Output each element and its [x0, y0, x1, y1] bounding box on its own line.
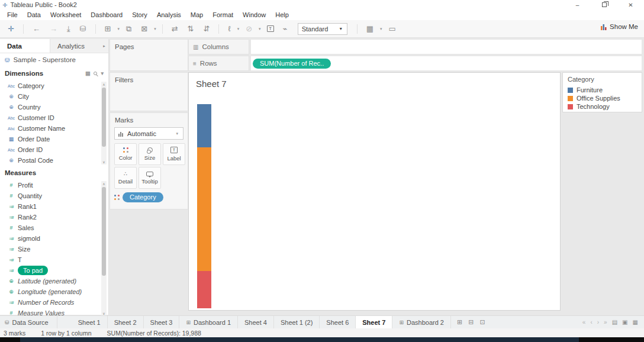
- show-tabs-icon[interactable]: ▦: [633, 319, 638, 325]
- dimension-field-item[interactable]: ⊕ Postal Code: [0, 155, 99, 166]
- dimension-field-item[interactable]: Abc Customer ID: [0, 112, 99, 123]
- sheet-tab[interactable]: Sheet 3: [144, 316, 180, 328]
- new-worksheet-icon[interactable]: ⊞: [101, 23, 115, 34]
- scroll-down-icon[interactable]: ∨: [101, 159, 107, 164]
- menu-item[interactable]: Format: [208, 11, 238, 18]
- measure-field-item[interactable]: # Quantity: [0, 191, 99, 201]
- sheet-tab[interactable]: ⛁ Data Source: [0, 316, 57, 328]
- measure-field-item[interactable]: # Sales: [0, 222, 99, 233]
- swap-rows-columns-icon[interactable]: ⇄: [168, 23, 182, 34]
- measure-field-item[interactable]: ⊕ Longitude (generated): [0, 286, 99, 297]
- menu-item[interactable]: Analysis: [152, 11, 186, 18]
- redo-icon[interactable]: →: [46, 23, 62, 34]
- sheet-tab[interactable]: Sheet 6: [320, 316, 356, 328]
- measure-field-item[interactable]: =# To pad: [0, 265, 99, 276]
- color-legend-card[interactable]: Category Furniture Office Supplies T: [562, 72, 642, 112]
- mark-type-select[interactable]: Automatic ▾: [114, 127, 183, 140]
- detail-button[interactable]: ∴ Detail: [114, 167, 137, 189]
- undo-icon[interactable]: ←: [28, 23, 44, 34]
- show-sheet-sorter-icon[interactable]: ▤: [612, 319, 617, 325]
- tableau-logo-icon[interactable]: ✛: [4, 23, 18, 34]
- sort-ascending-icon[interactable]: ⇅: [183, 23, 198, 34]
- new-dashboard-button[interactable]: ⊟: [468, 318, 474, 326]
- measure-field-item[interactable]: ⊕ Latitude (generated): [0, 276, 99, 286]
- minimize-button[interactable]: –: [564, 0, 591, 9]
- measure-field-item[interactable]: =# Size: [0, 244, 99, 254]
- first-tab-icon[interactable]: «: [582, 319, 586, 325]
- color-button[interactable]: Color: [114, 143, 137, 165]
- show-mark-labels-icon[interactable]: T: [267, 25, 274, 32]
- fix-axes-icon[interactable]: ⌁: [279, 23, 292, 34]
- sum-number-of-records-pill[interactable]: SUM(Number of Rec..: [253, 59, 331, 69]
- pages-card[interactable]: Pages: [110, 39, 188, 71]
- close-button[interactable]: ✕: [617, 0, 644, 9]
- tooltip-button[interactable]: Tooltip: [139, 167, 161, 189]
- category-pill[interactable]: Category: [123, 192, 163, 202]
- duplicate-sheet-icon[interactable]: ⧉: [122, 23, 136, 35]
- menu-item[interactable]: Help: [271, 11, 294, 18]
- filters-card[interactable]: Filters: [110, 72, 188, 111]
- label-button[interactable]: T Label: [163, 143, 185, 165]
- sheet-tab[interactable]: Sheet 4: [238, 316, 274, 328]
- fit-select[interactable]: Standard ▾: [298, 23, 347, 35]
- highlight-icon[interactable]: ℓ: [224, 23, 234, 34]
- sort-descending-icon[interactable]: ⇵: [199, 23, 214, 34]
- data-source-connection[interactable]: ⛁ Sample - Superstore: [0, 53, 108, 66]
- legend-item[interactable]: Technology: [568, 102, 637, 111]
- measure-field-item[interactable]: =# Number of Records: [0, 297, 99, 308]
- scrollbar-thumb[interactable]: [102, 187, 106, 276]
- previous-tab-icon[interactable]: ‹: [590, 319, 592, 325]
- dimension-field-item[interactable]: Abc Order ID: [0, 144, 99, 155]
- measure-field-item[interactable]: =# Rank1: [0, 201, 99, 212]
- new-story-button[interactable]: ⊡: [479, 318, 485, 326]
- chevron-down-icon[interactable]: ▾: [153, 27, 157, 31]
- dimension-field-item[interactable]: Abc Category: [0, 80, 99, 91]
- search-icon[interactable]: [94, 72, 97, 75]
- sheet-tab[interactable]: Sheet 7: [356, 316, 392, 328]
- menu-item[interactable]: Story: [127, 11, 152, 18]
- chevron-down-icon[interactable]: ▾: [236, 27, 241, 31]
- menu-item[interactable]: Map: [186, 11, 208, 18]
- dimension-field-item[interactable]: ▦ Order Date: [0, 134, 99, 144]
- columns-shelf[interactable]: [250, 39, 642, 54]
- scroll-up-icon[interactable]: ∧: [101, 82, 107, 87]
- pane-expand-icon[interactable]: ▸: [100, 39, 108, 53]
- scrollbar-thumb[interactable]: [102, 88, 106, 147]
- measures-scrollbar[interactable]: ∧ ∨: [101, 181, 107, 316]
- clear-sheet-icon[interactable]: ⊠: [137, 23, 152, 34]
- menu-item[interactable]: Window: [238, 11, 271, 18]
- measure-field-item[interactable]: # Profit: [0, 180, 99, 191]
- grid-view-icon[interactable]: ▤: [85, 70, 91, 76]
- bar-segment-technology[interactable]: [197, 271, 211, 308]
- sheet-tab[interactable]: ⊞ Dashboard 2: [392, 316, 451, 328]
- menu-item[interactable]: File: [2, 11, 22, 18]
- save-icon[interactable]: ⤓: [63, 23, 75, 35]
- legend-item[interactable]: Office Supplies: [568, 94, 637, 102]
- menu-item[interactable]: Worksheet: [46, 11, 86, 18]
- show-hide-cards-icon[interactable]: ▦: [362, 23, 378, 34]
- tab-analytics[interactable]: Analytics: [50, 39, 100, 53]
- restore-button[interactable]: [591, 0, 617, 9]
- next-tab-icon[interactable]: ›: [597, 319, 599, 325]
- dimension-field-item[interactable]: ⊕ City: [0, 91, 99, 102]
- sheet-tab[interactable]: Sheet 1 (2): [274, 316, 320, 328]
- sheet-tab[interactable]: Sheet 2: [108, 316, 144, 328]
- measure-field-item[interactable]: =# T: [0, 254, 99, 265]
- dimensions-scrollbar[interactable]: ∧ ∨: [101, 82, 107, 164]
- scroll-up-icon[interactable]: ∧: [101, 181, 107, 186]
- show-me-button[interactable]: Show Me: [601, 23, 638, 30]
- menu-item[interactable]: Dashboard: [86, 11, 127, 18]
- last-tab-icon[interactable]: »: [604, 319, 607, 325]
- worksheet-canvas[interactable]: Sheet 7: [188, 72, 561, 311]
- dimension-field-item[interactable]: Abc Customer Name: [0, 123, 99, 134]
- group-members-icon[interactable]: ⊘: [242, 23, 256, 34]
- measure-field-item[interactable]: =# sigmold: [0, 233, 99, 244]
- measure-field-item[interactable]: =# Rank2: [0, 212, 99, 222]
- chevron-down-icon[interactable]: ▾: [101, 70, 104, 76]
- chevron-down-icon[interactable]: ▾: [116, 27, 121, 31]
- menu-item[interactable]: Data: [22, 11, 46, 18]
- chevron-down-icon[interactable]: ▾: [379, 27, 384, 31]
- bar-segment-office-supplies[interactable]: [197, 147, 211, 271]
- size-button[interactable]: Size: [139, 143, 161, 165]
- legend-item[interactable]: Furniture: [568, 86, 637, 94]
